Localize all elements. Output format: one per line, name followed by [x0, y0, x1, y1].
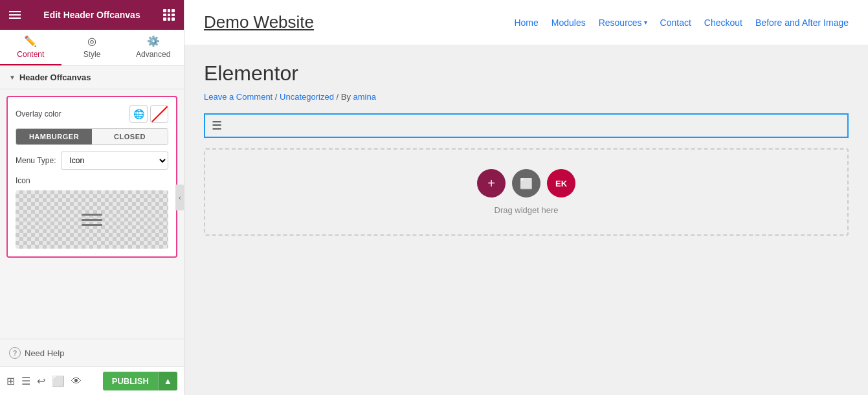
- overlay-color-label: Overlay color: [16, 109, 61, 119]
- page-title: Elementor: [204, 62, 849, 85]
- website-navigation: Home Modules Resources ▾ Contact Checkou…: [514, 17, 849, 28]
- hamburger-toggle-button[interactable]: HAMBURGER: [16, 129, 92, 144]
- website-logo-title: Demo Website: [204, 12, 314, 32]
- website-header: Demo Website Home Modules Resources ▾ Co…: [184, 0, 868, 45]
- toolbar-icons-group: ⊞ ☰ ↩ ⬜ 👁: [6, 375, 82, 387]
- content-tab-icon: ✏️: [24, 35, 37, 47]
- drag-widget-area: + ⬜ EK Drag widget here: [204, 148, 849, 236]
- icon-label: Icon: [16, 176, 168, 185]
- pink-highlight-box: Overlay color 🌐 HAMBURGER CLOSED Menu Ty…: [6, 96, 177, 258]
- overlay-color-row: Overlay color 🌐: [16, 105, 168, 123]
- content-tab-label: Content: [17, 50, 44, 59]
- tab-content[interactable]: ✏️ Content: [0, 30, 61, 65]
- tab-advanced[interactable]: ⚙️ Advanced: [122, 30, 184, 65]
- website-preview: Demo Website Home Modules Resources ▾ Co…: [184, 0, 868, 395]
- by-text: / By: [337, 92, 353, 102]
- top-bar: Edit Header Offcanvas: [0, 0, 184, 30]
- drag-widget-text: Drag widget here: [495, 205, 559, 215]
- style-tab-label: Style: [83, 50, 101, 59]
- panel-title: Edit Header Offcanvas: [43, 10, 140, 20]
- hamburger-widget-icon: ☰: [212, 120, 222, 131]
- need-help-section[interactable]: ? Need Help: [0, 339, 184, 367]
- color-controls: 🌐: [129, 105, 168, 123]
- responsive-icon[interactable]: ☰: [21, 375, 30, 387]
- section-title: Header Offcanvas: [19, 73, 91, 82]
- nav-modules[interactable]: Modules: [551, 17, 586, 28]
- resources-dropdown-arrow: ▾: [644, 19, 647, 26]
- nav-home[interactable]: Home: [514, 17, 538, 28]
- style-tab-icon: ◎: [87, 35, 96, 47]
- menu-type-label: Menu Type:: [16, 156, 56, 165]
- hamburger-menu-icon[interactable]: [9, 11, 21, 19]
- hamburger-icon-preview: [82, 214, 102, 226]
- nav-before-after[interactable]: Before and After Image: [755, 17, 849, 28]
- undo-icon[interactable]: ↩: [37, 375, 45, 387]
- advanced-tab-icon: ⚙️: [147, 35, 160, 47]
- hamburger-closed-toggle: HAMBURGER CLOSED: [16, 128, 168, 145]
- panel-collapse-arrow[interactable]: ‹: [175, 185, 184, 210]
- icon-preview-box: [16, 190, 168, 249]
- add-widget-button[interactable]: +: [477, 169, 506, 198]
- author-link[interactable]: amina: [353, 92, 376, 102]
- grid-view-icon[interactable]: [163, 9, 175, 21]
- nav-resources-label: Resources: [599, 17, 642, 28]
- nav-checkout[interactable]: Checkout: [704, 17, 742, 28]
- global-color-button[interactable]: 🌐: [129, 105, 148, 123]
- nav-resources[interactable]: Resources ▾: [599, 17, 647, 28]
- menu-type-select[interactable]: Icon Text Both: [61, 152, 168, 170]
- publish-button-group: PUBLISH ▲: [103, 372, 177, 390]
- ek-button[interactable]: EK: [547, 169, 575, 198]
- category-link[interactable]: Uncategorized: [280, 92, 334, 102]
- nav-contact[interactable]: Contact: [660, 17, 691, 28]
- clear-color-button[interactable]: [150, 105, 168, 123]
- section-header[interactable]: ▼ Header Offcanvas: [0, 66, 184, 89]
- drag-action-buttons: + ⬜ EK: [477, 169, 575, 198]
- selected-widget-hamburger[interactable]: ☰: [204, 113, 849, 138]
- panel-content: Overlay color 🌐 HAMBURGER CLOSED Menu Ty…: [0, 89, 184, 339]
- post-meta: Leave a Comment / Uncategorized / By ami…: [204, 92, 849, 102]
- folder-button[interactable]: ⬜: [512, 169, 540, 198]
- menu-type-row: Menu Type: Icon Text Both: [16, 152, 168, 170]
- section-collapse-arrow: ▼: [9, 74, 16, 81]
- bottom-toolbar: ⊞ ☰ ↩ ⬜ 👁 PUBLISH ▲: [0, 367, 184, 395]
- publish-button[interactable]: PUBLISH: [103, 372, 158, 390]
- publish-dropdown-button[interactable]: ▲: [158, 372, 177, 390]
- leave-comment-link[interactable]: Leave a Comment: [204, 92, 273, 102]
- closed-toggle-button[interactable]: CLOSED: [92, 129, 168, 144]
- tab-style[interactable]: ◎ Style: [61, 30, 123, 65]
- tab-bar: ✏️ Content ◎ Style ⚙️ Advanced: [0, 30, 184, 66]
- layers-icon[interactable]: ⊞: [6, 375, 15, 387]
- help-circle-icon: ?: [9, 347, 21, 359]
- advanced-tab-label: Advanced: [136, 50, 170, 59]
- need-help-label: Need Help: [25, 348, 64, 358]
- website-content-area: Elementor Leave a Comment / Uncategorize…: [184, 45, 868, 395]
- template-icon[interactable]: ⬜: [52, 375, 65, 387]
- preview-icon[interactable]: 👁: [71, 376, 82, 387]
